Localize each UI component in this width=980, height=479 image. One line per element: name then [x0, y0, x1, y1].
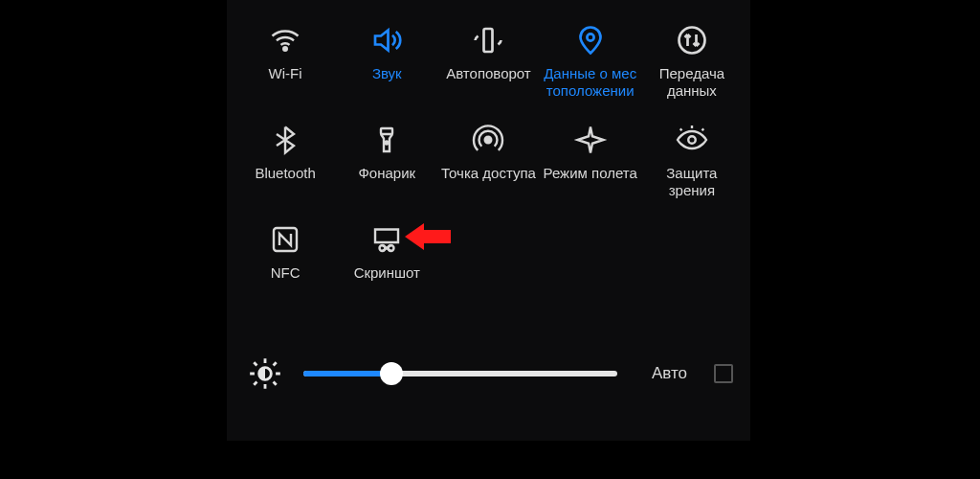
tile-sound-label: Звук — [372, 65, 402, 82]
data-icon — [641, 17, 743, 63]
tile-hotspot[interactable]: Точка доступа — [437, 117, 539, 199]
tile-nfc[interactable]: NFC — [234, 217, 336, 299]
location-icon — [540, 17, 641, 63]
svg-point-5 — [386, 142, 389, 145]
tile-location[interactable]: Данные о мес тоположении — [540, 17, 641, 100]
svg-point-0 — [283, 47, 287, 51]
svg-point-2 — [587, 34, 593, 40]
nfc-icon — [234, 217, 336, 262]
brightness-auto-label: Авто — [652, 364, 687, 383]
airplane-icon — [540, 117, 641, 163]
tile-nfc-label: NFC — [271, 264, 301, 282]
tile-sound[interactable]: Звук — [336, 17, 437, 100]
tile-flashlight-label: Фонарик — [358, 165, 415, 182]
wifi-icon — [234, 17, 336, 63]
tile-eyecare[interactable]: Защита зрения — [641, 117, 743, 199]
pointer-arrow-icon — [405, 220, 451, 253]
tile-autorotate-label: Автоповорот — [446, 65, 531, 82]
tile-screenshot-label: Скриншот — [354, 264, 420, 282]
tile-eyecare-label: Защита зрения — [644, 165, 740, 199]
tile-airplane[interactable]: Режим полета — [540, 117, 641, 199]
tile-wifi[interactable]: Wi-Fi — [234, 17, 336, 100]
bluetooth-icon — [234, 117, 336, 163]
svg-point-6 — [485, 137, 492, 144]
brightness-slider[interactable] — [303, 371, 617, 376]
svg-point-3 — [679, 28, 704, 54]
flashlight-icon — [336, 117, 437, 163]
tiles-grid: Wi-Fi Звук Автоповорот — [227, 0, 750, 307]
tile-bluetooth[interactable]: Bluetooth — [234, 117, 336, 199]
tile-flashlight[interactable]: Фонарик — [336, 117, 437, 199]
sound-icon — [336, 17, 437, 63]
brightness-row: Авто — [227, 353, 750, 395]
svg-marker-11 — [405, 223, 451, 250]
tile-data-label: Передача данных — [644, 65, 740, 100]
tile-bluetooth-label: Bluetooth — [255, 165, 315, 182]
brightness-slider-thumb[interactable] — [380, 362, 403, 385]
hotspot-icon — [437, 117, 539, 163]
tile-screenshot[interactable]: Скриншот — [336, 217, 437, 299]
tile-autorotate[interactable]: Автоповорот — [437, 17, 539, 100]
svg-rect-4 — [381, 128, 392, 134]
brightness-slider-fill — [303, 371, 391, 376]
rotate-icon — [437, 17, 539, 63]
tile-location-label: Данные о мес тоположении — [543, 65, 638, 100]
tile-hotspot-label: Точка доступа — [441, 165, 536, 182]
brightness-auto-checkbox[interactable] — [714, 364, 733, 383]
tile-data[interactable]: Передача данных — [641, 17, 743, 100]
quick-settings-panel: Wi-Fi Звук Автоповорот — [227, 0, 750, 441]
brightness-icon — [244, 353, 286, 395]
svg-point-7 — [688, 136, 696, 144]
eye-icon — [641, 117, 743, 163]
tile-wifi-label: Wi-Fi — [269, 65, 302, 82]
tile-airplane-label: Режим полета — [544, 165, 637, 182]
svg-rect-1 — [484, 29, 493, 52]
